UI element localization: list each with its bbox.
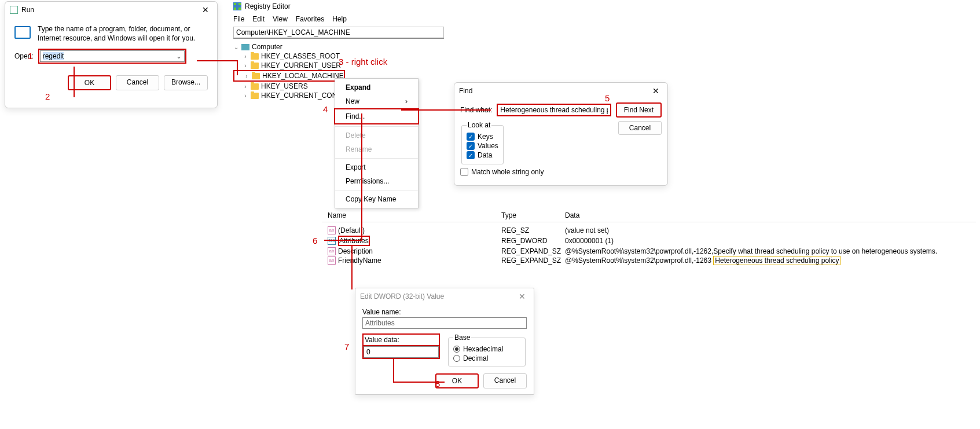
ab-icon: ab: [328, 256, 336, 265]
tree-item-label: HKEY_CURRENT_USER: [261, 61, 341, 69]
value-data: (value not set): [565, 226, 609, 234]
value-name: FriendlyName: [338, 256, 381, 265]
ctx-find[interactable]: Find...: [334, 108, 419, 124]
radio-dec[interactable]: Decimal: [453, 354, 520, 362]
vdata-input[interactable]: [364, 346, 439, 358]
ctx-rename: Rename: [335, 142, 418, 156]
chk-data-label: Data: [478, 151, 492, 159]
tree-item-label: HKEY_CLASSES_ROOT: [261, 52, 340, 60]
folder-icon: [251, 53, 259, 60]
chk-data[interactable]: ✓Data: [467, 151, 498, 159]
dword-cancel-button[interactable]: Cancel: [483, 373, 527, 388]
step-1: 1: [28, 51, 32, 61]
value-type: REG_EXPAND_SZ: [501, 256, 565, 265]
tree-item-label: HKEY_CURRENT_CON: [261, 91, 337, 100]
ctx-new[interactable]: New›: [335, 94, 418, 108]
ctx-rename-label: Rename: [346, 145, 372, 153]
menu-help[interactable]: Help: [332, 15, 347, 23]
vdata-label: Value data:: [365, 336, 438, 344]
close-icon[interactable]: ✕: [199, 4, 212, 16]
dword-ok-button[interactable]: OK: [435, 373, 479, 388]
tree-item-label: HKEY_USERS: [261, 82, 308, 90]
address-bar[interactable]: Computer\HKEY_LOCAL_MACHINE: [233, 27, 444, 39]
menu-file[interactable]: File: [233, 15, 244, 23]
open-input[interactable]: regedit ⌄: [40, 50, 185, 62]
ctx-permissions[interactable]: Permissions...: [335, 174, 418, 188]
step-3: 3 - right click: [339, 57, 387, 67]
step-8: 8: [435, 379, 440, 388]
run-icon: [10, 6, 18, 14]
base-label: Base: [453, 333, 471, 342]
ok-button[interactable]: OK: [68, 75, 111, 90]
hex-label: Hexadecimal: [463, 345, 503, 353]
highlighted-policy: Heterogeneous thread scheduling policy: [713, 256, 840, 265]
ctx-export[interactable]: Export: [335, 160, 418, 174]
menu-separator: [335, 126, 418, 127]
value-row[interactable]: ab(Default) REG_SZ (value not set): [322, 226, 976, 235]
chk-values[interactable]: ✓Values: [467, 142, 498, 150]
close-icon[interactable]: ✕: [649, 85, 663, 97]
ctx-copykey[interactable]: Copy Key Name: [335, 192, 418, 206]
chk-keys-label: Keys: [478, 133, 493, 141]
step-2: 2: [45, 91, 50, 101]
step-6: 6: [313, 236, 317, 245]
value-name: Attributes: [338, 236, 370, 246]
ctx-delete-label: Delete: [346, 131, 366, 140]
computer-icon: [241, 44, 249, 50]
chk-whole[interactable]: Match whole string only: [454, 166, 667, 178]
col-data[interactable]: Data: [565, 211, 579, 219]
menu-view[interactable]: View: [273, 15, 288, 23]
ctx-perm-label: Permissions...: [346, 177, 389, 185]
value-data: @%SystemRoot%\system32\powrprof.dll,-126…: [565, 247, 937, 255]
checkbox-icon: ✓: [467, 133, 475, 141]
run-titlebar: Run ✕: [5, 2, 217, 18]
run-description: Type the name of a program, folder, docu…: [38, 25, 208, 43]
regedit-menubar: File Edit View Favorites Help: [229, 13, 449, 25]
folder-icon: [251, 83, 259, 90]
cancel-button[interactable]: Cancel: [116, 75, 159, 90]
base-group: Base Hexadecimal Decimal: [448, 333, 526, 366]
step-7: 7: [344, 342, 349, 351]
step-5: 5: [605, 93, 610, 103]
dec-label: Decimal: [463, 354, 488, 362]
chk-whole-label: Match whole string only: [471, 168, 544, 176]
radio-icon: [453, 346, 460, 353]
find-next-button[interactable]: Find Next: [616, 102, 662, 118]
dword-title: Edit DWORD (32-bit) Value: [360, 292, 444, 300]
radio-hex[interactable]: Hexadecimal: [453, 345, 520, 353]
checkbox-icon: [460, 168, 468, 176]
close-icon[interactable]: ✕: [515, 291, 529, 302]
menu-separator: [335, 190, 418, 190]
regedit-icon: [233, 2, 241, 10]
col-type[interactable]: Type: [501, 211, 565, 219]
run-title: Run: [21, 6, 34, 14]
find-what-input[interactable]: [498, 105, 610, 115]
value-row[interactable]: abFriendlyName REG_EXPAND_SZ @%SystemRoo…: [322, 256, 976, 265]
tree-hklm[interactable]: ›HKEY_LOCAL_MACHINE: [244, 71, 344, 80]
ctx-export-label: Export: [346, 163, 366, 171]
col-name[interactable]: Name: [322, 211, 501, 219]
run-big-icon: [14, 26, 31, 39]
tree-computer[interactable]: ⌄Computer: [233, 42, 444, 52]
ab-icon: ab: [328, 226, 336, 234]
vname-field: Attributes: [362, 317, 527, 329]
value-type: REG_DWORD: [501, 237, 565, 245]
ctx-expand-label: Expand: [346, 83, 370, 91]
value-row-attributes[interactable]: 011Attributes REG_DWORD 0x00000001 (1): [322, 235, 976, 247]
ctx-expand[interactable]: Expand: [335, 80, 418, 94]
checkbox-icon: ✓: [467, 142, 475, 150]
find-cancel-button[interactable]: Cancel: [618, 121, 662, 135]
chk-keys[interactable]: ✓Keys: [467, 133, 498, 141]
values-pane: Name Type Data ab(Default) REG_SZ (value…: [322, 211, 976, 265]
dword-icon: 011: [328, 237, 336, 245]
step-4: 4: [323, 104, 328, 114]
find-what-label: Find what:: [460, 106, 492, 114]
dword-titlebar: Edit DWORD (32-bit) Value ✕: [355, 288, 534, 305]
menu-edit[interactable]: Edit: [252, 15, 265, 23]
chevron-down-icon[interactable]: ⌄: [176, 52, 182, 60]
browse-button[interactable]: Browse...: [164, 75, 208, 90]
menu-separator: [335, 158, 418, 159]
value-row[interactable]: abDescription REG_EXPAND_SZ @%SystemRoot…: [322, 247, 976, 256]
menu-favorites[interactable]: Favorites: [296, 15, 324, 23]
context-menu: Expand New› Find... Delete Rename Export…: [335, 78, 419, 208]
